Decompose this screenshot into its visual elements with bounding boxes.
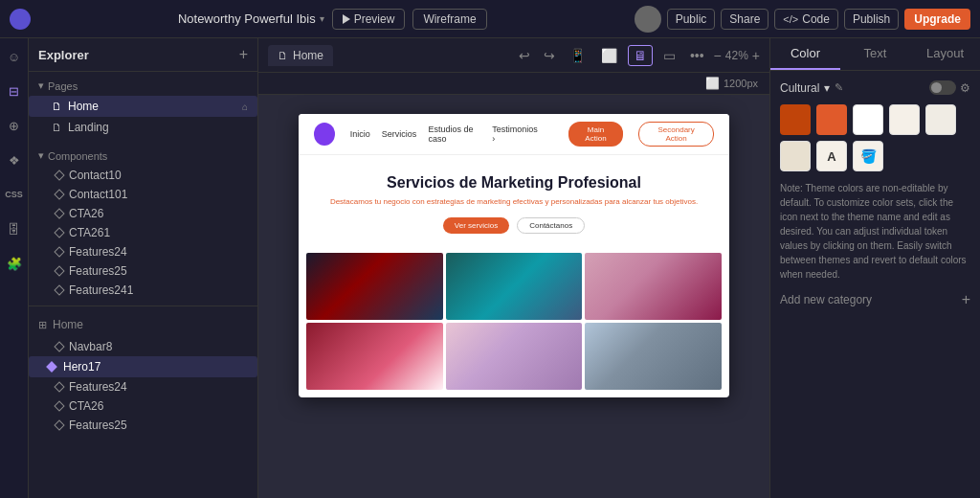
gallery-image-1 [306, 253, 443, 320]
add-category-button[interactable]: Add new category + [780, 291, 970, 308]
instance-section[interactable]: ⊞ Home [29, 312, 257, 337]
hero-title: Servicios de Marketing Profesional [314, 174, 714, 192]
site-nav-links: Inicio Servicios Estudios de caso Testim… [350, 124, 538, 144]
secondary-action-button[interactable]: Secondary Action [638, 122, 714, 147]
desktop-wide-button[interactable]: ▭ [658, 46, 680, 65]
publish-button[interactable]: Publish [844, 9, 899, 30]
pages-arrow-icon: ▾ [38, 79, 44, 92]
site-nav: Inicio Servicios Estudios de caso Testim… [299, 114, 729, 155]
explorer-panel: Explorer + ▾ Pages 🗋 Home ⌂ 🗋 Landing ▾ … [29, 38, 258, 498]
settings-icon[interactable]: ⚙ [960, 81, 970, 95]
share-button[interactable]: Share [721, 9, 768, 30]
gallery-image-3 [585, 253, 722, 320]
code-button[interactable]: </> Code [774, 9, 838, 30]
diamond-icon [54, 419, 64, 430]
canvas-frame-info: ⬜ 1200px [258, 73, 769, 95]
instance-features25[interactable]: Features25 [29, 416, 257, 435]
component-contact10[interactable]: Contact10 [29, 166, 257, 185]
desktop-button[interactable]: 🖥 [628, 45, 653, 66]
component-cta26[interactable]: CTA26 [29, 204, 257, 223]
icon-rail-database[interactable]: 🗄 [4, 218, 25, 239]
zoom-minus-button[interactable]: − [714, 48, 722, 63]
theme-toggle[interactable] [929, 80, 956, 95]
icon-rail-plus[interactable]: ⊕ [4, 115, 25, 136]
instance-navbar8[interactable]: Navbar8 [29, 337, 257, 356]
diamond-icon [54, 189, 64, 199]
right-panel: Color Text Layout Cultural ▾ ✎ ⚙ [769, 38, 980, 498]
icon-rail-puzzle[interactable]: 🧩 [4, 253, 25, 274]
canvas-toolbar: 🗋 Home ↩ ↪ 📱 ⬜ 🖥 ▭ ••• − 42% + [258, 38, 769, 73]
icon-rail-component[interactable]: ❖ [4, 149, 25, 170]
zoom-plus-button[interactable]: + [752, 48, 760, 63]
color-category-header: Cultural ▾ ✎ ⚙ [780, 80, 970, 95]
mobile-button[interactable]: 📱 [565, 46, 590, 65]
topbar-left [10, 9, 31, 30]
component-contact101[interactable]: Contact101 [29, 185, 257, 204]
nav-link-estudios[interactable]: Estudios de caso [428, 124, 480, 144]
icon-rail-css[interactable]: CSS [4, 184, 25, 205]
site-hero: Servicios de Marketing Profesional Desta… [299, 155, 729, 253]
explorer-header: Explorer + [29, 38, 257, 72]
components-section[interactable]: ▾ Components [29, 142, 257, 166]
contactanos-button[interactable]: Contáctanos [517, 217, 585, 234]
icon-rail-layers[interactable]: ⊟ [4, 80, 25, 102]
page-tab-icon: 🗋 [278, 50, 288, 61]
edit-category-icon[interactable]: ✎ [835, 81, 843, 94]
tab-color[interactable]: Color [770, 38, 840, 70]
tab-layout[interactable]: Layout [910, 38, 980, 70]
swatch-bucket[interactable]: 🪣 [853, 141, 883, 171]
instance-features24[interactable]: Features24 [29, 377, 257, 396]
undo-button[interactable]: ↩ [515, 46, 534, 65]
main-action-button[interactable]: Main Action [568, 122, 624, 147]
toggle-knob [931, 82, 942, 93]
nav-link-inicio[interactable]: Inicio [350, 129, 370, 139]
upgrade-button[interactable]: Upgrade [904, 9, 970, 30]
dropdown-icon: ▾ [824, 81, 830, 95]
nav-link-testimonios[interactable]: Testimonios › [492, 124, 538, 144]
ver-servicios-button[interactable]: Ver servicios [443, 217, 509, 234]
instance-hero17[interactable]: Hero17 [29, 356, 257, 377]
gallery-image-4 [306, 323, 443, 390]
pages-section[interactable]: ▾ Pages [29, 72, 257, 96]
component-features241[interactable]: Features241 [29, 281, 257, 300]
canvas-tab-home[interactable]: 🗋 Home [268, 45, 333, 66]
zoom-control: − 42% + [714, 48, 760, 63]
swatch-orange[interactable] [816, 104, 847, 135]
icon-rail-smiley[interactable]: ☺ [4, 46, 25, 67]
more-button[interactable]: ••• [686, 46, 708, 65]
page-item-landing[interactable]: 🗋 Landing [29, 117, 257, 138]
diamond-icon [54, 246, 64, 257]
public-button[interactable]: Public [667, 9, 716, 30]
swatch-tan[interactable] [780, 141, 811, 171]
canvas-area: 🗋 Home ↩ ↪ 📱 ⬜ 🖥 ▭ ••• − 42% + ⬜ 12 [258, 38, 769, 498]
swatch-white[interactable] [853, 104, 883, 135]
explorer-title: Explorer [38, 48, 89, 62]
website-preview-frame: Inicio Servicios Estudios de caso Testim… [299, 114, 729, 397]
swatch-cream[interactable] [889, 104, 920, 135]
wireframe-button[interactable]: Wireframe [412, 9, 486, 30]
page-item-home[interactable]: 🗋 Home ⌂ [29, 96, 257, 117]
frame-icon: ⬜ [705, 77, 720, 90]
redo-button[interactable]: ↪ [540, 46, 559, 65]
project-name[interactable]: Noteworthy Powerful Ibis ▾ [178, 11, 324, 26]
explorer-add-button[interactable]: + [239, 46, 248, 63]
preview-button[interactable]: Preview [332, 9, 406, 30]
component-features25[interactable]: Features25 [29, 261, 257, 281]
diamond-icon [54, 265, 64, 276]
component-features24[interactable]: Features24 [29, 242, 257, 261]
play-icon [343, 14, 350, 24]
topbar: Noteworthy Powerful Ibis ▾ Preview Wiref… [0, 0, 980, 38]
instance-cta26[interactable]: CTA26 [29, 396, 257, 416]
component-cta261[interactable]: CTA261 [29, 223, 257, 242]
panel-body: Cultural ▾ ✎ ⚙ [770, 71, 980, 498]
swatch-orange-dark[interactable] [780, 104, 811, 135]
nav-link-servicios[interactable]: Servicios [382, 129, 417, 139]
tablet-button[interactable]: ⬜ [596, 46, 622, 65]
add-icon: + [962, 291, 970, 308]
grid-icon: ⊞ [38, 319, 47, 331]
swatch-text-a[interactable]: A [816, 141, 847, 171]
swatch-light[interactable] [925, 104, 956, 135]
explorer-body: ▾ Pages 🗋 Home ⌂ 🗋 Landing ▾ Components … [29, 72, 257, 498]
tab-text[interactable]: Text [840, 38, 910, 70]
chevron-down-icon: ▾ [320, 13, 324, 24]
